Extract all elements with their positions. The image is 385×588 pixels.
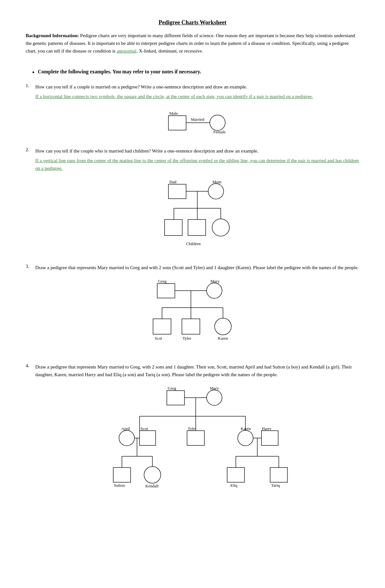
g4-greg-label: Greg: [168, 386, 176, 391]
pedigree-svg-1: Male Married Female: [149, 106, 245, 135]
g4-april-circle: [119, 430, 134, 446]
g4-mary-label: Mary: [210, 386, 219, 391]
karen-label: Karen: [218, 336, 228, 341]
children-label: Children: [186, 241, 201, 246]
question-1: 1. How can you tell if a couple is marri…: [26, 83, 359, 138]
question-4: 4. Draw a pedigree that represents Mary …: [26, 363, 359, 506]
bullet-section: • Complete the following examples. You m…: [26, 68, 359, 77]
bullet-dot: •: [32, 68, 35, 77]
g4-tyler-label: Tyler: [188, 426, 197, 431]
diagram-1: Male Married Female: [35, 106, 359, 135]
bullet-text: Complete the following examples. You may…: [38, 68, 201, 76]
diagram-3: Greg Mary Scot: [35, 277, 359, 351]
background-label: Background Information:: [26, 33, 79, 38]
g4-tyler-square: [187, 431, 204, 445]
pedigree-svg-2: Dad Mom: [136, 178, 258, 252]
q2-text: How can you tell if the couple who is ma…: [35, 147, 359, 155]
q4-content: Draw a pedigree that represents Mary mar…: [35, 363, 359, 506]
g4-mary-circle: [207, 390, 222, 405]
question-2: 2. How can you tell if the couple who is…: [26, 147, 359, 255]
karen-circle: [215, 318, 231, 335]
q4-text: Draw a pedigree that represents Mary mar…: [35, 363, 359, 378]
tyler-label: Tyler: [183, 336, 192, 341]
greg-label: Greg: [158, 279, 167, 284]
male-square: [168, 116, 186, 130]
diagram-2: Dad Mom: [35, 178, 359, 252]
dad-square: [168, 184, 186, 199]
questions-list: 1. How can you tell if a couple is marri…: [26, 83, 359, 506]
g4-sutton-label: Sutton: [114, 483, 125, 488]
g4-greg-square: [167, 391, 184, 405]
q1-num: 1.: [26, 83, 35, 138]
page-title: Pedigree Charts Worksheet: [26, 19, 359, 26]
pedigree-svg-4: Greg Mary April: [98, 384, 297, 503]
q1-text: How can you tell if a couple is married …: [35, 83, 359, 91]
male-label: Male: [169, 111, 178, 116]
background-text2: X-linked, dominant, or recessive.: [138, 48, 203, 54]
g4-karen-circle: [238, 430, 253, 446]
q4-num: 4.: [26, 363, 35, 506]
tyler-square: [182, 319, 200, 334]
q1-content: How can you tell if a couple is married …: [35, 83, 359, 138]
mary-label: Mary: [210, 279, 220, 284]
female-circle: [210, 115, 225, 130]
q1-answer: If a horizontal line connects two symbol…: [35, 93, 359, 100]
question-3: 3. Draw a pedigree that represents Mary …: [26, 264, 359, 354]
background-info: Background Information: Pedigree charts …: [26, 32, 359, 55]
g4-eliq-square: [227, 468, 244, 482]
child3-circle: [212, 219, 229, 236]
mary-circle: [207, 283, 222, 298]
pedigree-svg-3: Greg Mary Scot: [130, 277, 265, 351]
q3-num: 3.: [26, 264, 35, 354]
scott-label: Scot: [155, 336, 162, 341]
q3-content: Draw a pedigree that represents Mary mar…: [35, 264, 359, 354]
g4-karen-label: Karen: [241, 426, 251, 431]
female-label: Female: [213, 129, 226, 134]
g4-kendall-label: Kendall: [145, 484, 159, 488]
greg-square: [157, 284, 175, 298]
mom-label: Mom: [212, 179, 221, 184]
g4-harry-label: Harry: [262, 426, 272, 431]
g4-scot-label: Scot: [141, 426, 148, 431]
q2-content: How can you tell if the couple who is ma…: [35, 147, 359, 255]
g4-april-label: April: [121, 426, 130, 431]
g4-sutton-square: [113, 468, 131, 482]
child2-square: [188, 219, 206, 236]
married-label: Married: [191, 117, 204, 122]
q2-answer: If a vertical line runs from the center …: [35, 157, 359, 172]
g4-tariq-label: Tariq: [271, 483, 280, 488]
child1-square: [165, 219, 182, 236]
diagram-4: Greg Mary April: [35, 384, 359, 503]
autosomal-link: autosomal,: [117, 48, 138, 54]
mom-circle: [208, 184, 224, 199]
q3-text: Draw a pedigree that represents Mary mar…: [35, 264, 359, 271]
dad-label: Dad: [169, 179, 176, 184]
scott-square: [153, 319, 171, 334]
g4-scot-square: [140, 431, 156, 445]
g4-tariq-square: [270, 468, 287, 482]
q2-num: 2.: [26, 147, 35, 255]
g4-eliq-label: Eliq: [230, 483, 237, 488]
g4-harry-square: [261, 431, 278, 445]
g4-kendall-circle: [144, 467, 161, 483]
